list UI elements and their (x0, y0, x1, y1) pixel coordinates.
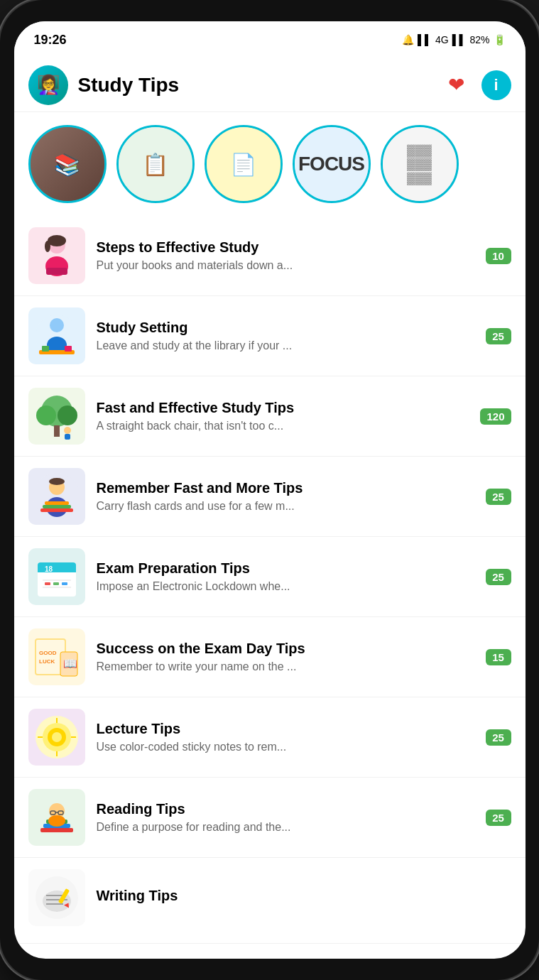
item-subtitle-8: Define a purpose for reading and the... (97, 821, 474, 834)
svg-point-3 (48, 235, 66, 246)
list-item[interactable]: GOOD LUCK 📖 Success on the Exam Day Tips… (14, 617, 526, 697)
list-item[interactable]: Study Setting Leave and study at the lib… (14, 296, 526, 376)
svg-rect-31 (53, 582, 59, 585)
item-badge-8: 25 (486, 810, 511, 826)
item-title-6: Success on the Exam Day Tips (97, 641, 474, 657)
item-title-3: Fast and Effective Study Tips (97, 400, 469, 416)
signal2-icon: ▌▌ (452, 34, 467, 45)
svg-rect-16 (65, 434, 70, 440)
app-logo: 👩‍🏫 (28, 65, 68, 105)
alarm-icon: 🔔 (402, 34, 414, 45)
item-svg-3 (32, 391, 82, 441)
item-badge-7: 25 (486, 729, 511, 746)
item-image-1 (28, 227, 85, 284)
item-title-1: Steps to Effective Study (97, 239, 474, 256)
app-header: 👩‍🏫 Study Tips ❤ i (14, 58, 526, 112)
item-subtitle-2: Leave and study at the library if your .… (97, 339, 474, 352)
item-image-8 (28, 789, 85, 846)
item-svg-5: 18 (32, 552, 82, 601)
svg-rect-20 (40, 508, 73, 512)
heart-icon: ❤ (448, 73, 464, 97)
item-image-5: 18 (28, 548, 85, 605)
svg-point-23 (49, 478, 65, 485)
svg-point-6 (50, 318, 64, 332)
svg-rect-10 (65, 346, 72, 352)
item-svg-1 (32, 231, 82, 281)
item-subtitle-5: Impose an Electronic Lockdown whe... (97, 580, 474, 593)
item-subtitle-3: A straight back chair, that isn't too c.… (97, 420, 469, 432)
story-item-5[interactable]: ▓▓▓▓▓▓▓▓▓ (381, 125, 459, 203)
info-icon: i (494, 76, 498, 94)
item-image-2 (28, 307, 85, 364)
list-item[interactable]: Remember Fast and More Tips Carry flash … (14, 457, 526, 537)
item-subtitle-6: Remember to write your name on the ... (97, 660, 474, 673)
item-title-5: Exam Preparation Tips (97, 560, 474, 577)
item-title-8: Reading Tips (97, 801, 474, 817)
phone-screen: 19:26 🔔 ▌▌ 4G ▌▌ 82% 🔋 👩‍🏫 Study Tips ❤ … (14, 21, 526, 959)
list-item[interactable]: Steps to Effective Study Put your books … (14, 216, 526, 296)
svg-rect-2 (46, 268, 67, 275)
svg-point-41 (52, 732, 62, 742)
status-time: 19:26 (34, 33, 67, 48)
story-item-4[interactable]: FOCUS (293, 125, 371, 203)
story-item-1[interactable]: 📚 (28, 125, 107, 203)
item-subtitle-4: Carry flash cards and use for a few m... (97, 500, 474, 513)
app-title: Study Tips (78, 74, 432, 97)
story-item-3[interactable]: 📄 (205, 125, 283, 203)
phone-frame: 19:26 🔔 ▌▌ 4G ▌▌ 82% 🔋 👩‍🏫 Study Tips ❤ … (0, 0, 539, 980)
list-item[interactable]: Reading Tips Define a purpose for readin… (14, 778, 526, 858)
svg-rect-14 (54, 425, 60, 437)
logo-emoji: 👩‍🏫 (37, 74, 60, 96)
scroll-area[interactable]: 📚 📋 📄 FOCUS (14, 112, 526, 959)
item-image-4 (28, 468, 85, 525)
svg-rect-9 (42, 346, 49, 352)
svg-point-15 (64, 427, 71, 434)
item-content-4: Remember Fast and More Tips Carry flash … (97, 480, 474, 513)
item-svg-9 (32, 873, 82, 922)
story-item-2[interactable]: 📋 (116, 125, 195, 203)
item-content-8: Reading Tips Define a purpose for readin… (97, 801, 474, 834)
item-image-3 (28, 388, 85, 445)
item-badge-5: 25 (486, 569, 511, 585)
item-title-9: Writing Tips (97, 888, 511, 904)
svg-rect-46 (40, 828, 73, 832)
item-image-7 (28, 709, 85, 766)
item-content-7: Lecture Tips Use color-coded sticky note… (97, 721, 474, 753)
item-title-7: Lecture Tips (97, 721, 474, 737)
list-item[interactable]: Lecture Tips Use color-coded sticky note… (14, 697, 526, 778)
signal-icon: ▌▌ (418, 34, 432, 45)
item-badge-2: 25 (486, 328, 511, 344)
list-item[interactable]: Fast and Effective Study Tips A straight… (14, 376, 526, 457)
info-button[interactable]: i (481, 70, 511, 100)
svg-rect-21 (43, 505, 71, 508)
item-image-6: GOOD LUCK 📖 (28, 628, 85, 685)
item-svg-2 (32, 311, 82, 361)
item-badge-6: 15 (486, 649, 511, 665)
4g-icon: 4G (435, 34, 449, 45)
svg-text:📖: 📖 (63, 657, 77, 670)
svg-text:LUCK: LUCK (39, 658, 55, 665)
favorite-button[interactable]: ❤ (442, 70, 472, 100)
svg-text:GOOD: GOOD (39, 650, 57, 656)
item-content-5: Exam Preparation Tips Impose an Electron… (97, 560, 474, 593)
item-content-9: Writing Tips (97, 888, 511, 908)
svg-rect-26 (38, 567, 76, 572)
item-svg-6: GOOD LUCK 📖 (32, 632, 82, 682)
item-content-2: Study Setting Leave and study at the lib… (97, 320, 474, 352)
list-item[interactable]: 18 Exam Preparation Tips Impose an Elect… (14, 537, 526, 617)
item-subtitle-1: Put your books and materials down a... (97, 259, 474, 272)
list-item[interactable]: Writing Tips (14, 858, 526, 944)
status-icons: 🔔 ▌▌ 4G ▌▌ 82% 🔋 (402, 34, 505, 45)
svg-point-13 (58, 405, 77, 425)
item-content-3: Fast and Effective Study Tips A straight… (97, 400, 469, 432)
item-title-2: Study Setting (97, 320, 474, 336)
svg-point-4 (45, 241, 50, 252)
item-subtitle-7: Use color-coded sticky notes to rem... (97, 741, 474, 753)
item-badge-4: 25 (486, 489, 511, 505)
stories-row[interactable]: 📚 📋 📄 FOCUS (14, 112, 526, 216)
item-svg-4 (32, 472, 82, 521)
svg-point-50 (48, 815, 65, 827)
item-badge-1: 10 (486, 248, 511, 264)
item-svg-7 (32, 712, 82, 762)
item-badge-3: 120 (480, 408, 511, 425)
